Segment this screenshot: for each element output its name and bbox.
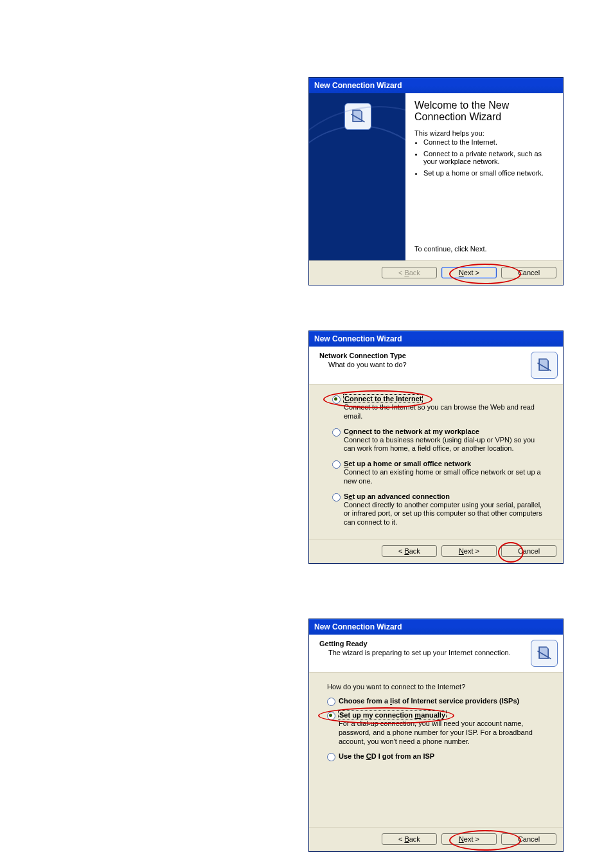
option-desc: Connect directly to another computer usi… (344, 501, 546, 527)
option-desc: Connect to the Internet so you can brows… (344, 403, 546, 421)
header-title: Getting Ready (319, 640, 531, 647)
back-button: < Back (382, 267, 437, 278)
option-desc: For a dial-up connection, you will need … (339, 719, 546, 746)
wizard-icon (531, 640, 558, 667)
option-use-cd[interactable]: Use the CD I got from an ISP (327, 752, 546, 760)
radio-icon (327, 698, 335, 706)
options-pane: Connect to the Internet Connect to the I… (309, 384, 563, 539)
option-advanced[interactable]: Set up an advanced connection Connect di… (332, 493, 546, 527)
radio-icon (332, 460, 341, 469)
next-button[interactable]: Next > (441, 267, 497, 278)
wizard-conntype-dialog: New Connection Wizard Network Connection… (308, 330, 564, 564)
titlebar[interactable]: New Connection Wizard (309, 619, 563, 635)
helps-item: Set up a home or small office network. (423, 169, 554, 177)
next-button[interactable]: Next > (441, 545, 497, 557)
wizard-header: Getting Ready The wizard is preparing to… (309, 635, 563, 673)
wizard-header: Network Connection Type What do you want… (309, 347, 563, 384)
connection-scroll-icon (349, 107, 367, 125)
options-pane: How do you want to connect to the Intern… (309, 673, 563, 827)
next-button[interactable]: Next > (441, 833, 497, 845)
button-row: < Back Next > Cancel (309, 827, 563, 851)
option-connect-workplace[interactable]: Connect to the network at my workplace C… (332, 428, 546, 454)
option-desc: Connect to an existing home or small off… (344, 468, 546, 486)
title-text: New Connection Wizard (314, 81, 402, 90)
button-row: < Back Next > Cancel (309, 539, 563, 563)
cancel-button[interactable]: Cancel (501, 833, 556, 845)
titlebar[interactable]: New Connection Wizard (309, 78, 563, 93)
header-subtitle: The wizard is preparing to set up your I… (319, 649, 531, 656)
option-connect-internet[interactable]: Connect to the Internet Connect to the I… (332, 395, 546, 421)
wizard-side-graphic (309, 93, 405, 260)
radio-icon (332, 493, 341, 502)
back-button[interactable]: < Back (382, 545, 437, 557)
option-desc: Connect to a business network (using dia… (344, 436, 546, 454)
button-row: < Back Next > Cancel (309, 260, 563, 285)
question-text: How do you want to connect to the Intern… (327, 683, 546, 691)
wizard-welcome-dialog: New Connection Wizard Welcome to the New… (308, 77, 564, 285)
connection-scroll-icon (535, 356, 553, 374)
header-subtitle: What do you want to do? (319, 361, 531, 368)
titlebar[interactable]: New Connection Wizard (309, 331, 563, 347)
helps-label: This wizard helps you: (414, 129, 554, 137)
wizard-icon (344, 103, 371, 130)
radio-icon (332, 395, 341, 404)
title-text: New Connection Wizard (314, 622, 402, 631)
wizard-icon (531, 352, 558, 379)
option-isp-list[interactable]: Choose from a list of Internet service p… (327, 697, 546, 705)
radio-icon (332, 428, 341, 437)
welcome-heading: Welcome to the New Connection Wizard (414, 100, 554, 123)
option-home-network[interactable]: Set up a home or small office network Co… (332, 460, 546, 486)
helps-item: Connect to the Internet. (423, 138, 554, 146)
helps-item: Connect to a private network, such as yo… (423, 150, 554, 165)
continue-label: To continue, click Next. (414, 245, 554, 253)
title-text: New Connection Wizard (314, 334, 402, 343)
connection-scroll-icon (535, 644, 553, 662)
option-manual[interactable]: Set up my connection manually For a dial… (327, 711, 546, 746)
cancel-button[interactable]: Cancel (501, 545, 556, 557)
radio-icon (327, 712, 335, 720)
cancel-button[interactable]: Cancel (501, 267, 556, 278)
back-button[interactable]: < Back (382, 833, 437, 845)
helps-list: Connect to the Internet. Connect to a pr… (414, 138, 554, 181)
wizard-getting-ready-dialog: New Connection Wizard Getting Ready The … (308, 619, 564, 852)
radio-icon (327, 753, 335, 761)
header-title: Network Connection Type (319, 352, 531, 359)
